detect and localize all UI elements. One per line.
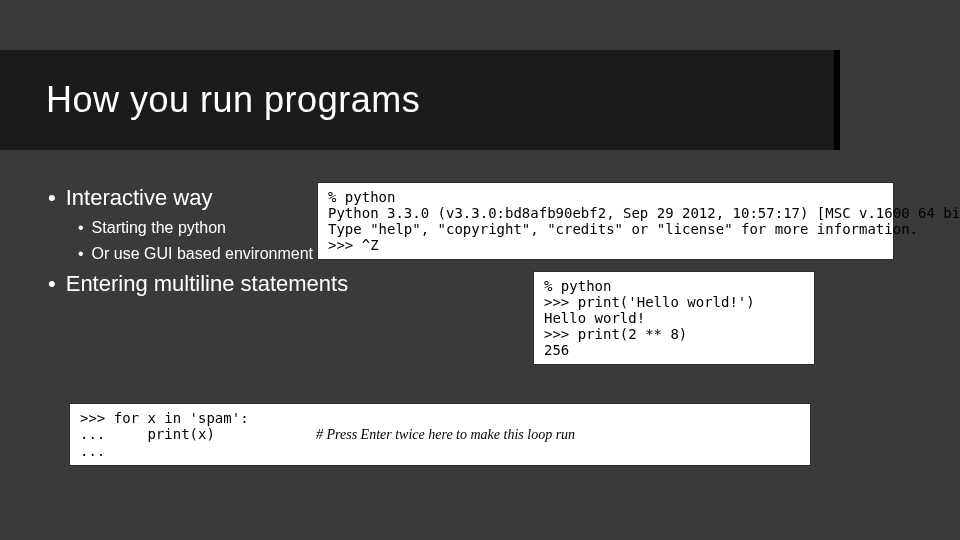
bullet-text: Entering multiline statements — [66, 271, 348, 296]
bullet-text: Starting the python — [92, 219, 226, 236]
bullet-l2: •Starting the python — [78, 215, 348, 241]
slide-title-bar: How you run programs — [0, 50, 840, 150]
bullet-l1: •Entering multiline statements — [48, 266, 348, 301]
bullet-l1: •Interactive way — [48, 180, 348, 215]
code-sample-multiline: >>> for x in 'spam': ... print(x) # Pres… — [70, 404, 810, 465]
bullet-text: Or use GUI based environment — [92, 245, 313, 262]
bullet-text: Interactive way — [66, 185, 213, 210]
code-sample-hello: % python >>> print('Hello world!') Hello… — [534, 272, 814, 364]
slide-title: How you run programs — [46, 79, 420, 121]
code-sample-python-banner: % python Python 3.3.0 (v3.3.0:bd8afb90eb… — [318, 183, 893, 259]
slide-body: •Interactive way •Starting the python •O… — [48, 180, 348, 302]
bullet-l2: •Or use GUI based environment — [78, 241, 348, 267]
